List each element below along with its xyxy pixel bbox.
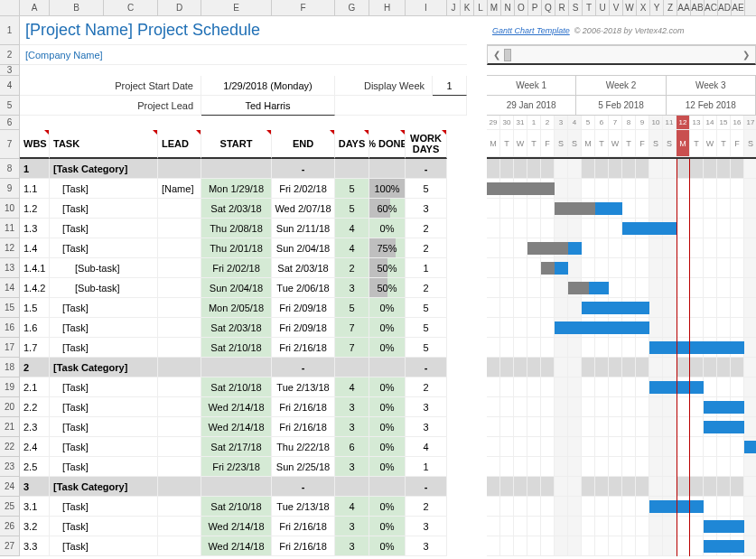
cell-start[interactable]: Thu 2/01/18 (201, 238, 272, 258)
cell-start[interactable] (201, 477, 272, 497)
cell-done[interactable]: 60% (369, 199, 406, 219)
col-header[interactable]: M (488, 0, 501, 15)
cell-work[interactable]: 3 (406, 536, 447, 556)
cell-work[interactable]: 2 (406, 238, 447, 258)
cell-work[interactable]: 1 (406, 457, 447, 477)
table-row[interactable]: 81[Task Category]-- (0, 159, 756, 179)
cell-end[interactable]: Fri 2/16/18 (272, 536, 335, 556)
cell-lead[interactable] (158, 238, 201, 258)
cell-wbs[interactable]: 1.6 (20, 318, 50, 338)
cell-end[interactable]: Tue 2/13/18 (272, 497, 335, 517)
col-header[interactable]: AC (705, 0, 718, 15)
table-row[interactable]: 212.3[Task]Wed 2/14/18Fri 2/16/1830%3 (0, 417, 756, 437)
table-row[interactable]: 101.2[Task]Sat 2/03/18Wed 2/07/18560%3 (0, 199, 756, 219)
gantt-bar[interactable] (704, 540, 744, 553)
cell-wbs[interactable]: 1.1 (20, 179, 50, 199)
cell-wbs[interactable]: 3.1 (20, 497, 50, 517)
cell-lead[interactable] (158, 318, 201, 338)
col-header[interactable]: U (596, 0, 610, 15)
cell-work[interactable]: - (406, 159, 447, 179)
table-row[interactable]: 232.5[Task]Fri 2/23/18Sun 2/25/1830%1 (0, 457, 756, 477)
col-header[interactable]: A (20, 0, 50, 15)
cell-end[interactable]: Fri 2/16/18 (272, 397, 335, 417)
col-header[interactable]: AE (732, 0, 745, 15)
col-header[interactable]: E (201, 0, 272, 15)
cell-lead[interactable]: [Name] (158, 179, 201, 199)
col-header[interactable]: B (50, 0, 104, 15)
cell-done[interactable]: 0% (369, 417, 406, 437)
cell-lead[interactable] (158, 377, 201, 397)
cell-days[interactable]: 3 (335, 397, 369, 417)
cell-end[interactable]: Sun 2/25/18 (272, 457, 335, 477)
cell-start[interactable]: Wed 2/14/18 (201, 417, 272, 437)
cell-days[interactable]: 7 (335, 318, 369, 338)
cell-done[interactable]: 0% (369, 497, 406, 517)
col-header[interactable]: H (369, 0, 406, 15)
cell-days[interactable]: 3 (335, 536, 369, 556)
col-header[interactable]: F (272, 0, 335, 15)
cell-days[interactable]: 7 (335, 338, 369, 358)
cell-done[interactable]: 0% (369, 318, 406, 338)
cell-task[interactable]: [Task] (50, 457, 158, 477)
cell-start[interactable]: Wed 2/14/18 (201, 517, 272, 536)
cell-days[interactable]: 4 (335, 497, 369, 517)
header-days[interactable]: DAYS (335, 130, 369, 159)
cell-task[interactable]: [Task] (50, 437, 158, 457)
table-row[interactable]: 171.7[Task]Sat 2/10/18Fri 2/16/1870%5 (0, 338, 756, 358)
timeline-scrollbar[interactable]: ❮ ❯ (487, 45, 756, 65)
col-header[interactable]: C (104, 0, 158, 15)
col-header[interactable]: AA (677, 0, 691, 15)
gantt-bar[interactable] (555, 202, 622, 215)
lead-value[interactable]: Ted Harris (201, 96, 335, 116)
cell-wbs[interactable]: 3.2 (20, 517, 50, 536)
cell-wbs[interactable]: 1.2 (20, 199, 50, 219)
cell-wbs[interactable]: 3.3 (20, 536, 50, 556)
cell-task[interactable]: [Task] (50, 219, 158, 238)
cell-task[interactable]: [Task Category] (50, 159, 158, 179)
company-name[interactable]: [Company Name] (20, 45, 467, 65)
cell-task[interactable]: [Task] (50, 536, 158, 556)
cell-wbs[interactable]: 2.4 (20, 437, 50, 457)
gantt-bar[interactable] (704, 520, 744, 533)
cell-wbs[interactable]: 2.1 (20, 377, 50, 397)
scroll-thumb[interactable] (504, 49, 511, 61)
cell-work[interactable]: 3 (406, 397, 447, 417)
cell-days[interactable]: 3 (335, 278, 369, 298)
cell-days[interactable] (335, 159, 369, 179)
gantt-bar[interactable] (649, 381, 704, 394)
cell-done[interactable]: 75% (369, 238, 406, 258)
gantt-bar[interactable] (622, 222, 677, 235)
cell-end[interactable]: Tue 2/13/18 (272, 377, 335, 397)
cell-start[interactable]: Sun 2/04/18 (201, 278, 272, 298)
table-row[interactable]: 141.4.2[Sub-task]Sun 2/04/18Tue 2/06/183… (0, 278, 756, 298)
cell-start[interactable]: Mon 2/05/18 (201, 298, 272, 318)
cell-lead[interactable] (158, 437, 201, 457)
cell-end[interactable]: Fri 2/02/18 (272, 179, 335, 199)
table-row[interactable]: 222.4[Task]Sat 2/17/18Thu 2/22/1860%4 (0, 437, 756, 457)
cell-start[interactable]: Sat 2/10/18 (201, 338, 272, 358)
col-header[interactable]: L (474, 0, 488, 15)
cell-days[interactable] (335, 477, 369, 497)
cell-end[interactable]: Sun 2/04/18 (272, 238, 335, 258)
cell-work[interactable]: 5 (406, 298, 447, 318)
cell-end[interactable]: - (272, 477, 335, 497)
cell-task[interactable]: [Sub-task] (50, 278, 158, 298)
cell-done[interactable]: 0% (369, 338, 406, 358)
cell-wbs[interactable]: 2.3 (20, 417, 50, 437)
cell-lead[interactable] (158, 517, 201, 536)
cell-wbs[interactable]: 1 (20, 159, 50, 179)
cell-task[interactable]: [Task] (50, 238, 158, 258)
cell-work[interactable]: 2 (406, 278, 447, 298)
cell-done[interactable]: 50% (369, 258, 406, 278)
cell-end[interactable]: Fri 2/16/18 (272, 517, 335, 536)
cell-end[interactable]: Fri 2/09/18 (272, 318, 335, 338)
cell-start[interactable]: Sat 2/10/18 (201, 377, 272, 397)
gantt-bar[interactable] (649, 500, 704, 513)
cell-done[interactable]: 0% (369, 397, 406, 417)
cell-end[interactable]: Tue 2/06/18 (272, 278, 335, 298)
header-start[interactable]: START (201, 130, 272, 159)
cell-task[interactable]: [Task Category] (50, 358, 158, 377)
cell-end[interactable]: Fri 2/16/18 (272, 417, 335, 437)
table-row[interactable]: 161.6[Task]Sat 2/03/18Fri 2/09/1870%5 (0, 318, 756, 338)
page-title[interactable]: [Project Name] Project Schedule (20, 16, 467, 45)
